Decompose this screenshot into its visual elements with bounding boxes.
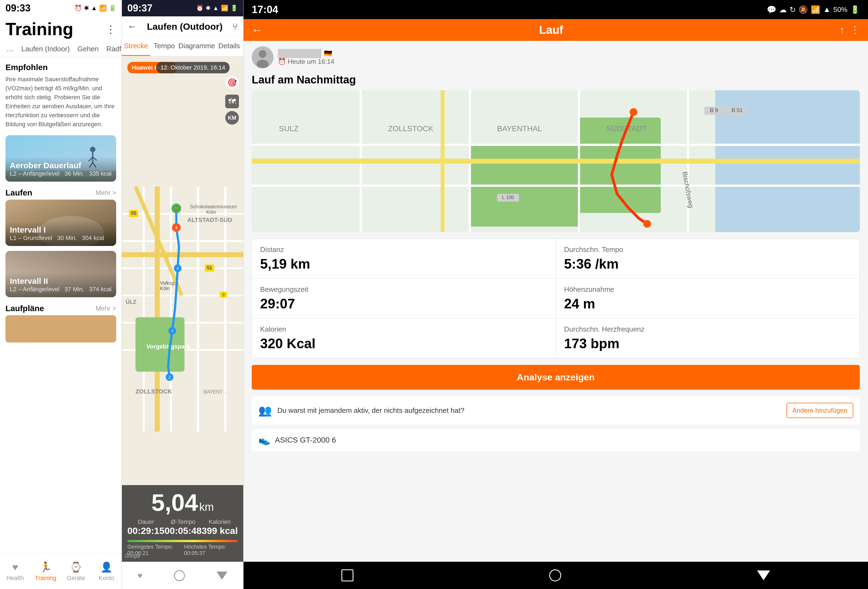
- workout-card-intervall1-text: Intervall I L1 – Grundlevel 30 Min. 304 …: [6, 221, 116, 246]
- flag-icon: 🇩🇪: [324, 50, 332, 57]
- status-time-1: 09:33: [6, 3, 31, 14]
- status-bar-2: 09:37 ⏰ ✱ ▲ 📶 🔋: [122, 0, 243, 16]
- panel3-title: Lauf: [539, 24, 563, 37]
- workout-card-intervall1[interactable]: Intervall I L1 – Grundlevel 30 Min. 304 …: [6, 199, 116, 246]
- companion-text: Du warst mit jemandem aktiv, der nichts …: [278, 406, 787, 415]
- tab-strecke[interactable]: Strecke: [122, 37, 150, 56]
- tabs-row: … Laufen (Indoor) Gehen Radfahren Traini…: [0, 39, 122, 57]
- bewegungszeit-label: Bewegungszeit: [260, 285, 548, 294]
- panel3-map-svg: SULZ ZOLLSTOCK BAYENTHAL SÜDSTADT B 9 B …: [252, 90, 860, 232]
- battery2-icon: 🔋: [230, 4, 238, 12]
- date-badge: 12. Oktober 2019, 16:14: [156, 62, 230, 73]
- health-icon: ♥: [12, 561, 18, 573]
- km-button[interactable]: KM: [225, 111, 239, 125]
- tab-diagramme[interactable]: Diagramme: [179, 37, 215, 56]
- panel-lauf-detail: 17:04 💬 ☁ ↻ 🔕 📶 ▲ 50% 🔋 ← Lauf ↑ ⋮: [243, 0, 868, 589]
- signal2-icon: ▲: [213, 4, 219, 12]
- svg-text:Köln: Köln: [160, 286, 170, 291]
- stat-dauer-label: Dauer: [127, 518, 164, 526]
- p2-nav-health[interactable]: ♥: [138, 571, 143, 580]
- lauf-am-nachmittag-title: Lauf am Nachmittag: [252, 74, 860, 90]
- map-distance-overlay: 5,04 km Dauer 00:29:15 Ø-Tempo 00:05:48 …: [122, 485, 243, 562]
- stat-dauer-value: 00:29:15: [127, 526, 164, 536]
- tab-prev[interactable]: …: [3, 42, 18, 57]
- panel2-header: ← Laufen (Outdoor) ⑂: [122, 16, 243, 37]
- laufplane-card[interactable]: [6, 315, 116, 342]
- nav-geraete-label: Geräte: [67, 574, 85, 582]
- tab-details[interactable]: Details: [215, 37, 243, 56]
- p2-home-button[interactable]: [174, 570, 185, 581]
- back-button-3[interactable]: ←: [252, 24, 263, 36]
- laufen-label: Laufen: [6, 188, 32, 198]
- stat-distanz: Distanz 5,19 km: [252, 239, 556, 278]
- durchschn-tempo-label: Durchschn. Tempo: [564, 245, 852, 254]
- tempo-bar: [127, 540, 238, 542]
- p2-back-button[interactable]: [217, 571, 227, 580]
- svg-text:L 100: L 100: [502, 195, 514, 200]
- layer-button[interactable]: 🗺: [225, 94, 239, 108]
- whatsapp-icon: 💬: [767, 5, 776, 14]
- status-bar-3: 17:04 💬 ☁ ↻ 🔕 📶 ▲ 50% 🔋: [244, 0, 868, 19]
- svg-text:Köln: Köln: [206, 210, 216, 215]
- battery-icon: 🔋: [109, 4, 116, 12]
- status-bar-1: 09:33 ⏰ ✱ ▲ 📶 🔋: [0, 0, 122, 16]
- workout-card-aerob[interactable]: Aerober Dauerlauf L2 – Anfängerlevel 36 …: [6, 135, 116, 182]
- alarm2-icon: ⏰: [196, 4, 204, 12]
- route-icon[interactable]: ⑂: [232, 21, 238, 32]
- tab-gehen[interactable]: Gehen: [74, 42, 103, 57]
- laufplane-mehr-link[interactable]: Mehr >: [96, 305, 116, 312]
- svg-text:ALTSTADT-SÜD: ALTSTADT-SÜD: [187, 217, 232, 223]
- workout-card-intervall2[interactable]: Intervall II L2 – Anfängerlevel 37 Min. …: [6, 251, 116, 297]
- status-icons-3: 💬 ☁ ↻ 🔕 📶 ▲ 50% 🔋: [767, 5, 860, 14]
- more-icon-3[interactable]: ⋮: [850, 24, 860, 36]
- nav-geraete[interactable]: ⌚ Geräte: [61, 554, 92, 589]
- stat-dauer: Dauer 00:29:15: [127, 518, 164, 536]
- laufplane-section-header: Laufpläne Mehr >: [0, 302, 122, 315]
- svg-text:Volksg…: Volksg…: [160, 280, 179, 286]
- kalorien-3-value: 320 Kcal: [260, 336, 548, 351]
- panel2-tabs: Strecke Tempo Diagramme Details: [122, 37, 243, 56]
- status-time-3: 17:04: [252, 4, 278, 16]
- analyse-button[interactable]: Analyse anzeigen: [252, 365, 860, 390]
- map-stats: Dauer 00:29:15 Ø-Tempo 00:05:48 Kalorien…: [127, 515, 238, 536]
- workout-intervall2-name: Intervall II: [10, 276, 112, 286]
- stat-hoehenzunahme: Höhenzunahme 24 m: [556, 279, 860, 318]
- svg-text:ÜLZ: ÜLZ: [126, 299, 136, 305]
- panel-laufen-outdoor: 09:37 ⏰ ✱ ▲ 📶 🔋 ← Laufen (Outdoor) ⑂ Str…: [122, 0, 243, 589]
- training-icon: 🏃: [40, 561, 52, 573]
- nav-training[interactable]: 🏃 Training: [31, 554, 61, 589]
- svg-point-2: [90, 147, 96, 152]
- workout-card-intervall2-text: Intervall II L2 – Anfängerlevel 37 Min. …: [6, 272, 116, 297]
- svg-text:🏃: 🏃: [174, 206, 179, 211]
- share-icon[interactable]: ↑: [840, 24, 844, 36]
- panel3-header-icons: ↑ ⋮: [840, 24, 860, 36]
- page-title: Training: [6, 19, 73, 39]
- p3-home-button[interactable]: [549, 569, 561, 582]
- nav-konto[interactable]: 👤 Konto: [92, 554, 122, 589]
- bluetooth-icon: ✱: [84, 4, 89, 12]
- p3-square-button[interactable]: [341, 569, 353, 582]
- tab-laufen-indoor[interactable]: Laufen (Indoor): [18, 42, 74, 57]
- laufen-mehr-link[interactable]: Mehr >: [96, 189, 116, 196]
- p3-back-button[interactable]: [757, 570, 770, 580]
- username: ████████ 🇩🇪: [278, 49, 860, 58]
- map-distance-value: 5,04: [151, 489, 198, 516]
- hinzufugen-button[interactable]: Andere hinzufügen: [787, 403, 853, 418]
- bottom-nav: ♥ Health 🏃 Training ⌚ Geräte 👤 Konto: [0, 554, 122, 589]
- nav-health[interactable]: ♥ Health: [0, 554, 31, 589]
- panel3-content: ████████ 🇩🇪 ⏰ Heute um 16:14 Lauf am Nac…: [244, 41, 868, 562]
- herzfrequenz-label: Durchschn. Herzfrequenz: [564, 325, 852, 334]
- more-menu-button[interactable]: ⋮: [105, 23, 116, 35]
- tab-tempo[interactable]: Tempo: [150, 37, 179, 56]
- nav-health-label: Health: [7, 574, 24, 582]
- compass-button[interactable]: 🎯: [225, 75, 239, 89]
- user-row: ████████ 🇩🇪 ⏰ Heute um 16:14: [252, 41, 860, 74]
- svg-text:B 9: B 9: [710, 107, 718, 113]
- stat-tempo: Ø-Tempo 00:05:48: [164, 518, 202, 536]
- kalorien-3-label: Kalorien: [260, 325, 548, 334]
- alarm-icon: ⏰: [74, 4, 82, 12]
- stat-kalorien-label: Kalorien: [202, 518, 238, 526]
- back-button-2[interactable]: ←: [127, 21, 137, 32]
- hoehenzunahme-label: Höhenzunahme: [564, 285, 852, 294]
- panel2-title: Laufen (Outdoor): [147, 21, 223, 32]
